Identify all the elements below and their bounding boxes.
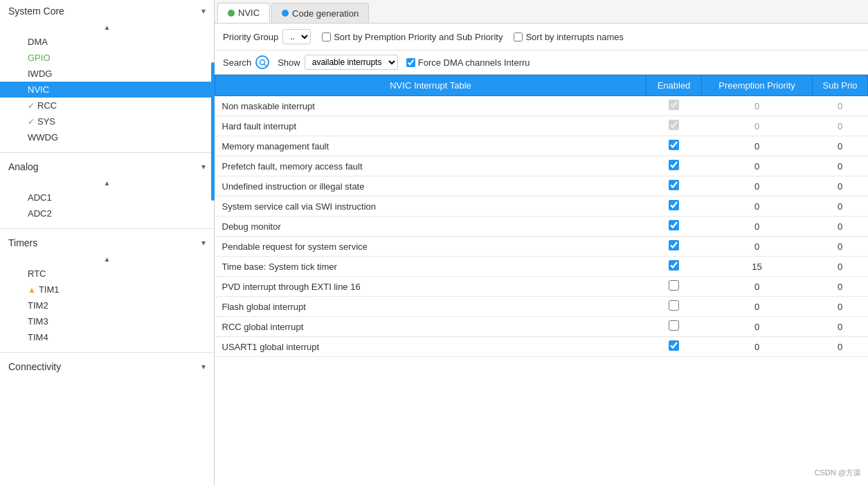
check-icon-rcc: ✓ (28, 101, 35, 111)
sidebar-section-timers[interactable]: Timers ▾ (0, 232, 214, 254)
interrupt-table-container: NVIC Interrupt Table Enabled Preemption … (215, 75, 868, 485)
interrupt-name: Non maskable interrupt (215, 96, 647, 116)
sub-input[interactable] (826, 342, 854, 352)
preemption-input (743, 101, 771, 111)
sub-input[interactable] (826, 161, 854, 172)
sidebar-system-core-items: DMA GPIO IWDG NVIC ✓ RCC ✓ SYS WWDG (0, 33, 214, 149)
enabled-checkbox[interactable] (669, 100, 679, 110)
enabled-checkbox[interactable] (669, 160, 679, 170)
preemption-input[interactable] (743, 221, 771, 232)
sub-cell (813, 317, 868, 337)
preemption-cell (702, 257, 813, 277)
enabled-checkbox[interactable] (669, 300, 679, 311)
tab-bar: NVIC Code generation (215, 0, 868, 24)
enabled-checkbox[interactable] (669, 260, 679, 271)
warn-icon-tim1: ▲ (28, 285, 36, 295)
priority-group-label: Priority Group (223, 32, 278, 42)
up-arrow-icon-analog: ▲ (104, 179, 111, 187)
sidebar-section-system-core[interactable]: System Core ▾ (0, 0, 214, 22)
interrupt-name: Flash global interrupt (215, 297, 647, 317)
tab-dot-code-gen (282, 10, 289, 17)
sub-cell (813, 217, 868, 237)
enabled-checkbox[interactable] (669, 320, 679, 331)
preemption-cell (702, 217, 813, 237)
preemption-cell (702, 136, 813, 156)
sidebar-item-tim2[interactable]: TIM2 (0, 298, 214, 313)
sidebar-item-gpio[interactable]: GPIO (0, 50, 214, 66)
preemption-cell (702, 116, 813, 136)
priority-group-select[interactable]: .. (282, 29, 311, 44)
enabled-checkbox[interactable] (669, 120, 679, 130)
sub-input[interactable] (826, 241, 854, 252)
sub-input[interactable] (826, 201, 854, 212)
sort-premption-checkbox[interactable] (322, 33, 331, 42)
interrupt-name: Undefined instruction or illegal state (215, 176, 647, 196)
sidebar-scroll-up-system-core[interactable]: ▲ (0, 22, 214, 33)
sidebar-item-sys[interactable]: ✓ SYS (0, 113, 214, 129)
sub-cell (813, 176, 868, 196)
enabled-checkbox[interactable] (669, 140, 679, 150)
sidebar-divider-2 (0, 228, 214, 229)
sub-input[interactable] (826, 282, 854, 292)
enabled-checkbox[interactable] (669, 240, 679, 250)
sidebar-item-gpio-label: GPIO (28, 53, 51, 63)
tab-nvic[interactable]: NVIC (217, 3, 270, 23)
sub-input[interactable] (826, 322, 854, 332)
table-row: Hard fault interrupt (215, 116, 868, 136)
preemption-input[interactable] (743, 181, 771, 192)
enabled-checkbox[interactable] (669, 220, 679, 230)
sub-input[interactable] (826, 141, 854, 152)
force-dma-checkbox[interactable] (406, 58, 415, 67)
preemption-input[interactable] (743, 241, 771, 252)
sidebar-item-wwdg[interactable]: WWDG (0, 129, 214, 145)
sidebar-section-analog-label: Analog (8, 161, 39, 172)
sort-names-checkbox[interactable] (514, 33, 523, 42)
enabled-checkbox[interactable] (669, 200, 679, 210)
sidebar-item-tim4-label: TIM4 (28, 332, 48, 342)
table-row: Debug monitor (215, 217, 868, 237)
enabled-checkbox[interactable] (669, 180, 679, 190)
sidebar-scroll-up-analog[interactable]: ▲ (0, 178, 214, 188)
search-icon[interactable] (255, 55, 269, 69)
sidebar-item-nvic[interactable]: NVIC (0, 82, 214, 98)
sidebar-scroll-up-timers[interactable]: ▲ (0, 254, 214, 264)
sidebar-item-iwdg-label: IWDG (28, 68, 52, 79)
tab-code-gen[interactable]: Code generation (271, 3, 369, 23)
enabled-checkbox[interactable] (669, 280, 679, 291)
sidebar-section-connectivity[interactable]: Connectivity ▾ (0, 356, 214, 378)
enabled-checkbox[interactable] (669, 340, 679, 351)
sidebar-item-adc1[interactable]: ADC1 (0, 190, 214, 205)
show-select[interactable]: available interrupts all interrupts enab… (305, 55, 398, 70)
sidebar-divider-3 (0, 352, 214, 353)
interrupt-name: USART1 global interrupt (215, 337, 647, 357)
preemption-input[interactable] (743, 302, 771, 312)
sub-cell (813, 116, 868, 136)
sub-input[interactable] (826, 262, 854, 272)
sidebar-item-tim1[interactable]: ▲ TIM1 (0, 282, 214, 298)
sidebar-item-rcc[interactable]: ✓ RCC (0, 98, 214, 113)
sidebar-item-tim4[interactable]: TIM4 (0, 329, 214, 345)
sub-input[interactable] (826, 302, 854, 312)
preemption-input[interactable] (743, 322, 771, 332)
sub-cell (813, 297, 868, 317)
sort-names-group: Sort by interrupts names (514, 32, 624, 42)
sort-premption-group: Sort by Premption Priority and Sub Prior… (322, 32, 503, 42)
sub-input[interactable] (826, 181, 854, 192)
preemption-input[interactable] (743, 161, 771, 172)
col-header-enabled: Enabled (647, 75, 702, 96)
preemption-input[interactable] (743, 141, 771, 152)
preemption-input[interactable] (743, 342, 771, 352)
col-header-name: NVIC Interrupt Table (215, 75, 647, 96)
preemption-input[interactable] (743, 201, 771, 212)
preemption-input[interactable] (743, 262, 771, 272)
tab-code-gen-label: Code generation (292, 8, 359, 19)
sidebar-item-rtc[interactable]: RTC (0, 266, 214, 282)
sidebar-item-tim3[interactable]: TIM3 (0, 313, 214, 329)
sub-input[interactable] (826, 221, 854, 232)
sidebar-item-iwdg[interactable]: IWDG (0, 66, 214, 82)
preemption-input[interactable] (743, 282, 771, 292)
sidebar-item-dma[interactable]: DMA (0, 34, 214, 50)
sidebar-section-analog[interactable]: Analog ▾ (0, 156, 214, 178)
table-row: Non maskable interrupt (215, 96, 868, 116)
sidebar-item-adc2[interactable]: ADC2 (0, 205, 214, 221)
